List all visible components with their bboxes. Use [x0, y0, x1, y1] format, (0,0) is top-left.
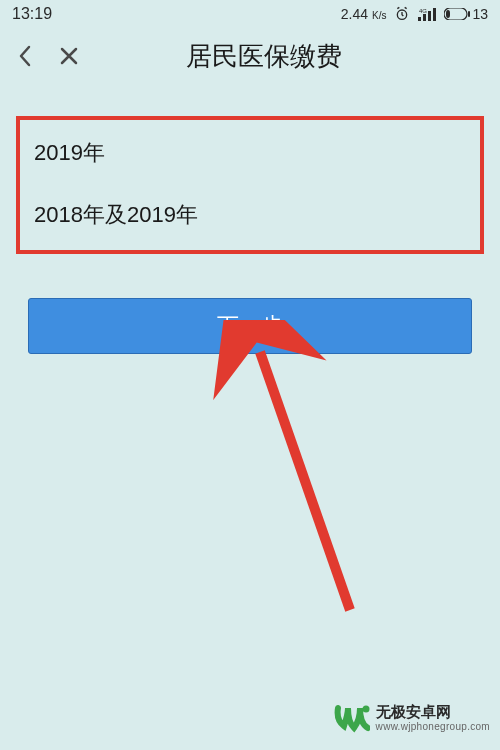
battery-indicator: 13	[444, 6, 488, 22]
svg-text:4G: 4G	[419, 8, 427, 14]
option-2018-2019[interactable]: 2018年及2019年	[20, 182, 480, 244]
svg-rect-1	[418, 17, 421, 21]
watermark: 无极安卓网 www.wjphonegroup.com	[334, 700, 490, 736]
title-bar: 居民医保缴费	[0, 28, 500, 84]
next-button-label: 下一步	[217, 311, 283, 341]
svg-rect-4	[433, 8, 436, 21]
net-speed: 2.44 K/s	[341, 6, 387, 22]
status-right: 2.44 K/s 4G 13	[341, 6, 488, 22]
svg-rect-7	[446, 10, 450, 18]
option-2019[interactable]: 2019年	[20, 120, 480, 182]
battery-icon	[444, 8, 470, 20]
page-title: 居民医保缴费	[38, 39, 490, 74]
battery-percent: 13	[472, 6, 488, 22]
watermark-url: www.wjphonegroup.com	[376, 721, 490, 732]
signal-icon: 4G	[418, 7, 436, 21]
net-speed-unit: K/s	[372, 10, 386, 21]
status-bar: 13:19 2.44 K/s 4G 13	[0, 0, 500, 28]
svg-rect-2	[423, 14, 426, 21]
watermark-logo-icon	[334, 700, 370, 736]
svg-line-9	[260, 352, 350, 610]
back-button[interactable]	[10, 41, 40, 71]
watermark-name: 无极安卓网	[376, 704, 490, 721]
status-time: 13:19	[12, 5, 52, 23]
alarm-icon	[394, 6, 410, 22]
net-speed-value: 2.44	[341, 6, 368, 22]
year-options-highlight: 2019年 2018年及2019年	[16, 116, 484, 254]
svg-point-10	[362, 706, 369, 713]
next-button[interactable]: 下一步	[28, 298, 472, 354]
annotation-arrow-icon	[120, 320, 370, 620]
svg-rect-8	[468, 11, 470, 17]
svg-rect-3	[428, 11, 431, 21]
